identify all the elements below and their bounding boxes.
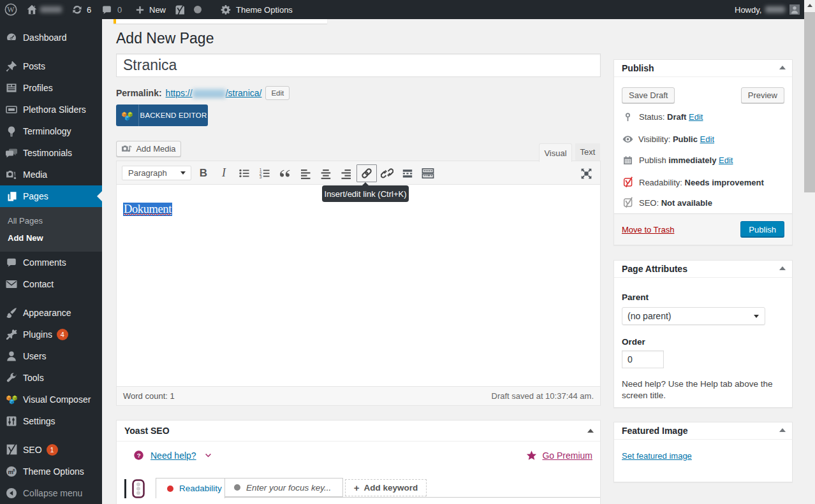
svg-text:W: W <box>7 5 15 14</box>
svg-text:?: ? <box>137 452 141 459</box>
svg-text:3: 3 <box>260 175 262 179</box>
